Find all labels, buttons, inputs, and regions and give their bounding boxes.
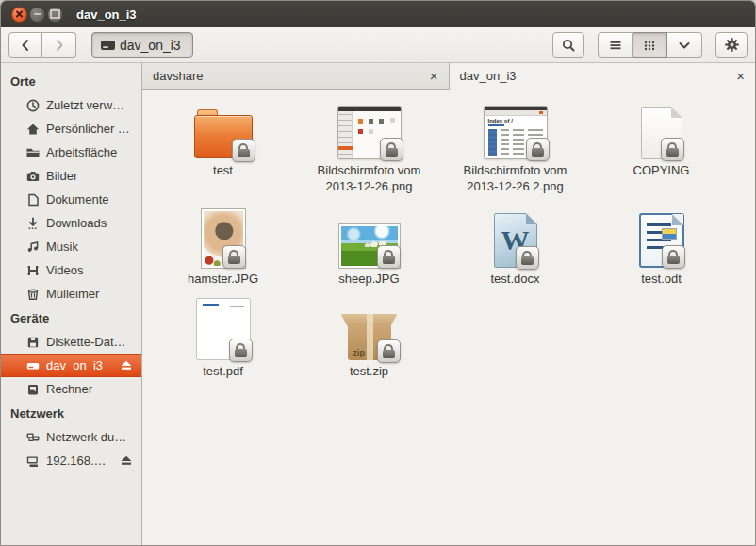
sidebar-item-dav-on-i3[interactable]: dav_on_i3 (1, 354, 141, 377)
lock-emblem-icon (377, 245, 401, 269)
home-icon (25, 122, 41, 137)
eject-icon[interactable] (120, 359, 133, 372)
camera-icon (25, 169, 41, 184)
sidebar-item-label: dav_on_i3 (46, 358, 103, 372)
lock-emblem-icon (662, 245, 685, 269)
file-item-copying[interactable]: COPYING (588, 97, 734, 194)
tab-bar: davshare × dav_on_i3 × (142, 63, 755, 90)
eject-icon[interactable] (120, 455, 133, 467)
list-view-button[interactable] (598, 32, 633, 58)
film-icon (25, 263, 41, 278)
sidebar-item-label: Musik (46, 240, 78, 254)
sidebar-item-label: Netzwerk du… (46, 430, 126, 444)
toolbar: dav_on_i3 (1, 27, 755, 63)
sidebar-item-music[interactable]: Musik (1, 235, 141, 258)
tab-close-icon[interactable]: × (430, 69, 438, 83)
screenshot-thumbnail (337, 106, 402, 159)
location-button[interactable]: dav_on_i3 (91, 32, 193, 58)
file-item-zip[interactable]: zip test.zip (296, 298, 442, 379)
file-item-sheep[interactable]: sheep.JPG (296, 206, 442, 287)
file-label: test.pdf (203, 363, 243, 379)
sidebar-item-documents[interactable]: Dokumente (1, 188, 141, 211)
sidebar-item-label: Videos (46, 263, 84, 277)
sidebar-item-downloads[interactable]: Downloads (1, 211, 141, 235)
sidebar-item-browse-network[interactable]: Netzwerk du… (1, 425, 141, 449)
tab-close-icon[interactable]: × (736, 69, 745, 83)
forward-button[interactable] (42, 32, 76, 58)
file-label: Bildschirmfoto vom 2013-12-26.png (304, 162, 435, 194)
grid-view-icon (642, 38, 657, 53)
tab-label: dav_on_i3 (460, 69, 517, 83)
sidebar-item-label: Mülleimer (46, 287, 99, 301)
sidebar-item-label: Downloads (46, 216, 107, 230)
back-button[interactable] (8, 32, 42, 58)
lock-emblem-icon (526, 138, 550, 161)
location-label: dav_on_i3 (120, 38, 181, 53)
sidebar-item-videos[interactable]: Videos (1, 258, 141, 282)
window-title: dav_on_i3 (76, 8, 137, 22)
sidebar-item-desktop[interactable]: Arbeitsfläche (1, 141, 141, 164)
grid-view-button[interactable] (633, 32, 667, 58)
photo-thumbnail (202, 209, 245, 268)
file-item-docx[interactable]: W test.docx (442, 206, 588, 287)
file-label: test.docx (490, 271, 539, 287)
lock-emblem-icon (516, 246, 539, 270)
nav-button-group (8, 32, 76, 58)
sidebar-item-label: 192.168.… (46, 454, 107, 468)
file-item-odt[interactable]: test.odt (588, 206, 734, 287)
lock-emblem-icon (380, 138, 403, 161)
sidebar-item-computer[interactable]: Rechner (1, 377, 141, 401)
sidebar-section-devices: Geräte (1, 306, 141, 330)
file-item-pdf[interactable]: test.pdf (150, 298, 296, 379)
file-label: hamster.JPG (188, 271, 258, 287)
lock-emblem-icon (229, 339, 253, 362)
file-item-screenshot-1[interactable]: Bildschirmfoto vom 2013-12-26.png (296, 97, 442, 194)
file-item-screenshot-2[interactable]: Index of / Bildschirmfoto vom 2013-12-26… (442, 97, 588, 194)
harddisk-icon (25, 358, 41, 373)
sidebar-item-label: Zuletzt verw… (46, 98, 124, 112)
tab-davshare[interactable]: davshare × (142, 63, 450, 90)
download-icon (25, 216, 41, 231)
sidebar-item-label: Dokumente (46, 192, 108, 207)
lock-emblem-icon (377, 339, 401, 363)
window-close-icon[interactable] (11, 7, 27, 23)
lock-emblem-icon (222, 245, 246, 269)
network-icon (25, 430, 41, 445)
file-item-test[interactable]: test (150, 97, 296, 194)
harddisk-icon (100, 39, 116, 52)
sidebar-item-recent[interactable]: Zuletzt verw… (1, 93, 141, 117)
sidebar-item-home[interactable]: Persönlicher … (1, 117, 141, 141)
sidebar-item-pictures[interactable]: Bilder (1, 164, 141, 188)
file-label: test (213, 162, 233, 178)
tab-label: davshare (153, 69, 203, 83)
odt-document-icon (639, 213, 684, 268)
settings-button[interactable] (715, 32, 748, 58)
pdf-thumbnail (196, 298, 251, 360)
sidebar-item-floppy[interactable]: Diskette-Dat… (1, 330, 141, 354)
lock-emblem-icon (232, 139, 255, 162)
sidebar-item-label: Bilder (46, 169, 77, 183)
window-minimize-icon[interactable] (29, 7, 45, 23)
file-label: test.odt (641, 271, 682, 287)
sidebar-item-label: Rechner (46, 382, 92, 396)
tab-dav-on-i3[interactable]: dav_on_i3 × (450, 63, 756, 90)
view-options-button[interactable] (667, 32, 702, 58)
gear-icon (724, 37, 740, 53)
document-icon (25, 192, 41, 207)
zip-glyph: zip (353, 348, 366, 357)
thumbnail-heading: Index of / (488, 118, 547, 124)
file-item-hamster[interactable]: hamster.JPG (150, 206, 296, 287)
sidebar-item-network-drive[interactable]: 192.168.… (1, 449, 141, 472)
music-note-icon (25, 240, 41, 255)
archive-icon: zip (341, 314, 398, 360)
file-label: Bildschirmfoto vom 2013-12-26 2.png (451, 162, 581, 194)
sidebar-item-trash[interactable]: Mülleimer (1, 282, 141, 306)
window-maximize-icon[interactable] (47, 7, 63, 23)
places-sidebar: Orte Zuletzt verw… Persönlicher … (1, 63, 142, 545)
photo-thumbnail (339, 224, 400, 268)
titlebar: dav_on_i3 (1, 1, 755, 27)
lock-emblem-icon (661, 138, 684, 161)
folder-icon (194, 109, 253, 159)
sidebar-item-label: Diskette-Dat… (46, 335, 126, 349)
search-button[interactable] (552, 32, 584, 58)
